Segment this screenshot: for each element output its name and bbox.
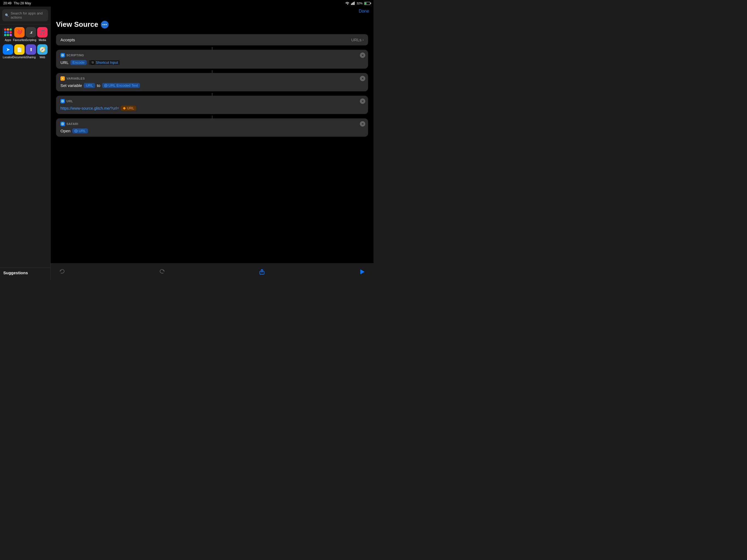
- media-label: Media: [38, 39, 46, 42]
- apps-icon: [3, 27, 13, 37]
- status-left: 20:49 Thu 28 May: [3, 1, 31, 5]
- media-icon: 🎵: [37, 27, 48, 37]
- action-card-safari: SAFARI ✕ Open URL: [56, 119, 368, 137]
- url-variable-token[interactable]: URL: [84, 83, 95, 88]
- play-button[interactable]: [357, 267, 367, 277]
- search-container: 🔍 Search for apps and actions: [0, 6, 50, 24]
- url-orange-token[interactable]: 🔶 URL: [121, 105, 136, 111]
- scripting-label: Scripting: [26, 39, 36, 42]
- sidebar-item-scripting[interactable]: 𝑥 Scripting: [25, 27, 36, 42]
- accepts-bar[interactable]: Accepts URLs ›: [56, 34, 368, 45]
- action-card-scripting: SCRIPTING ✕ URL Encode ⬛ Shortcut Input: [56, 50, 368, 69]
- done-button[interactable]: Done: [359, 9, 369, 14]
- search-icon: 🔍: [5, 14, 9, 17]
- share-icon: [259, 269, 265, 275]
- svg-rect-0: [351, 4, 352, 5]
- safari-category-label: SAFARI: [67, 122, 78, 126]
- undo-button[interactable]: [57, 267, 67, 277]
- shortcut-input-icon: ⬛: [91, 61, 95, 65]
- action-close-url[interactable]: ✕: [360, 98, 365, 104]
- connector-3: [212, 93, 212, 96]
- sidebar: 🔍 Search for apps and actions: [0, 6, 51, 280]
- date: Thu 28 May: [14, 1, 31, 5]
- web-label: Web: [40, 56, 45, 59]
- action-close-safari[interactable]: ✕: [360, 121, 365, 127]
- action-header-variables: X VARIABLES: [60, 76, 364, 81]
- sidebar-item-sharing[interactable]: ⬆ Sharing: [25, 44, 36, 59]
- suggestions-section: Suggestions: [0, 268, 50, 280]
- sidebar-item-apps[interactable]: Apps: [2, 27, 14, 42]
- battery-icon: [364, 2, 370, 5]
- search-box[interactable]: 🔍 Search for apps and actions: [2, 9, 48, 21]
- sidebar-item-favourites[interactable]: ❤️ Favourites: [14, 27, 25, 42]
- shortcut-content: View Source ••• Accepts URLs › SC: [51, 16, 374, 263]
- location-label: Location: [3, 56, 13, 59]
- accepts-value-text: URLs: [351, 37, 361, 42]
- documents-label: Documents: [12, 56, 27, 59]
- sidebar-item-media[interactable]: 🎵 Media: [36, 27, 48, 42]
- shortcut-input-token[interactable]: ⬛ Shortcut Input: [88, 59, 120, 65]
- sidebar-item-web[interactable]: 🧭 Web: [36, 44, 48, 59]
- scripting-category-icon: [60, 53, 65, 57]
- safari-url-icon: [74, 129, 78, 133]
- variables-category-icon: X: [60, 76, 65, 81]
- action-body-variables: Set variable URL to URL Encoded Text: [60, 83, 364, 88]
- scripting-icon: 𝑥: [26, 27, 36, 37]
- safari-category-icon: [60, 122, 65, 126]
- set-variable-keyword: Set variable: [60, 83, 82, 88]
- action-close-scripting[interactable]: ✕: [360, 52, 365, 58]
- accepts-label: Accepts: [60, 37, 75, 42]
- grid-row-1: Apps ❤️ Favourites 𝑥 Scripting 🎵 Media: [2, 27, 48, 42]
- location-icon: ➤: [3, 44, 13, 55]
- connector-4: [212, 116, 212, 119]
- open-keyword: Open: [60, 128, 71, 133]
- encode-token[interactable]: Encode: [70, 60, 87, 65]
- grid-row-2: ➤ Location 📄 Documents ⬆ Sharing 🧭 Web: [2, 44, 48, 59]
- accepts-value: URLs ›: [351, 37, 364, 42]
- sharing-label: Sharing: [26, 56, 35, 59]
- bottom-toolbar: [51, 263, 374, 280]
- orange-icon: 🔶: [123, 107, 126, 110]
- web-icon: 🧭: [37, 44, 48, 55]
- to-keyword: to: [97, 83, 100, 88]
- safari-url-token[interactable]: URL: [72, 128, 88, 133]
- svg-marker-20: [360, 269, 364, 274]
- action-card-variables: X VARIABLES ✕ Set variable URL to URL En…: [56, 73, 368, 91]
- url-keyword: URL: [60, 60, 69, 65]
- action-card-url: URL ✕ https://www-source.glitch.me/?url=…: [56, 96, 368, 114]
- play-icon: [359, 269, 365, 275]
- undo-icon: [59, 269, 65, 275]
- shortcut-header: View Source •••: [56, 20, 368, 29]
- url-field-text: https://www-source.glitch.me/?url=: [60, 106, 119, 110]
- url-encoded-token[interactable]: URL Encoded Text: [102, 83, 140, 88]
- sidebar-item-documents[interactable]: 📄 Documents: [14, 44, 25, 59]
- search-input[interactable]: Search for apps and actions: [11, 11, 45, 19]
- more-button[interactable]: •••: [101, 21, 108, 28]
- suggestions-title: Suggestions: [3, 271, 47, 275]
- url-category-label: URL: [67, 100, 73, 103]
- connector-2: [212, 70, 212, 73]
- signal-icon: [351, 2, 355, 5]
- redo-button[interactable]: [157, 267, 167, 277]
- time: 20:49: [3, 1, 11, 5]
- action-body-scripting: URL Encode ⬛ Shortcut Input: [60, 59, 364, 65]
- action-close-variables[interactable]: ✕: [360, 76, 365, 81]
- action-header-url: URL: [60, 99, 364, 103]
- share-button[interactable]: [257, 267, 267, 277]
- svg-rect-3: [354, 2, 355, 5]
- apps-label: Apps: [5, 39, 11, 42]
- sidebar-item-location[interactable]: ➤ Location: [2, 44, 14, 59]
- favourites-label: Favourites: [13, 39, 26, 42]
- icon-grid: Apps ❤️ Favourites 𝑥 Scripting 🎵 Media: [0, 24, 50, 268]
- connector-1: [212, 47, 212, 50]
- favourites-icon: ❤️: [14, 27, 25, 37]
- action-header-scripting: SCRIPTING: [60, 53, 364, 57]
- action-header-safari: SAFARI: [60, 122, 364, 126]
- sharing-icon: ⬆: [26, 44, 36, 55]
- url-encoded-icon: [104, 84, 107, 87]
- battery-percent: 32%: [357, 2, 363, 5]
- svg-rect-2: [353, 2, 354, 5]
- accepts-chevron: ›: [363, 38, 364, 42]
- status-bar: 20:49 Thu 28 May 32%: [0, 0, 374, 6]
- svg-rect-1: [352, 3, 353, 5]
